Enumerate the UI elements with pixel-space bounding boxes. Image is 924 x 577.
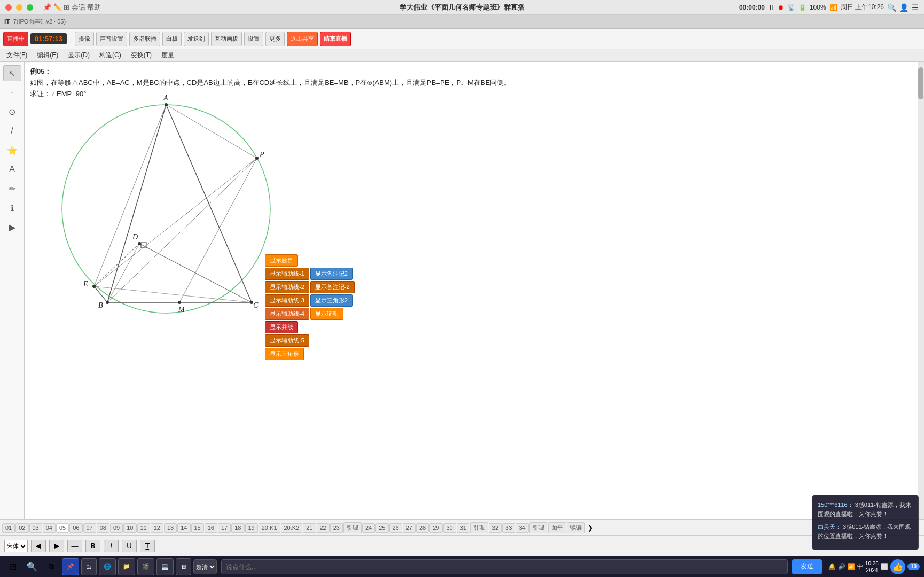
special-char-btn[interactable]: T̲ bbox=[140, 540, 155, 552]
page-tab-01[interactable]: 01 bbox=[2, 523, 15, 533]
page-tab-26[interactable]: 26 bbox=[389, 523, 402, 533]
menu-construct[interactable]: 构造(C) bbox=[95, 50, 126, 61]
interactive-btn[interactable]: 互动画板 bbox=[211, 32, 242, 46]
tool-more[interactable]: ▶ bbox=[3, 219, 21, 235]
tab-scroll-right[interactable]: ❯ bbox=[585, 523, 595, 533]
tool-info[interactable]: ℹ bbox=[3, 200, 21, 216]
show-aux-line-5-btn[interactable]: 显示辅助线-5 bbox=[265, 334, 309, 347]
page-tab-29[interactable]: 29 bbox=[429, 523, 442, 533]
end-live-btn[interactable]: 结束直播 bbox=[320, 32, 351, 46]
page-tab-15[interactable]: 15 bbox=[191, 523, 204, 533]
search-icon[interactable]: 🔍 bbox=[887, 3, 896, 12]
page-tab-05[interactable]: 05 bbox=[56, 523, 69, 533]
scrollbar-thumb[interactable] bbox=[918, 67, 923, 99]
likes-badge[interactable]: 👍 bbox=[890, 559, 905, 574]
search-taskbar-btn[interactable]: 🔍 bbox=[24, 558, 41, 575]
live-status-btn[interactable]: 直播中 bbox=[3, 32, 28, 46]
indent-btn[interactable]: — bbox=[67, 540, 82, 552]
mac-minimize-btn[interactable] bbox=[16, 4, 22, 11]
page-tab-04[interactable]: 04 bbox=[43, 523, 56, 533]
menu-transform[interactable]: 变换(T) bbox=[127, 50, 156, 61]
app-shortcut-2[interactable]: 🗂 bbox=[81, 558, 97, 575]
page-tab-34[interactable]: 34 bbox=[516, 523, 529, 533]
audio-settings-btn[interactable]: 声音设置 bbox=[96, 32, 127, 46]
menu-icon[interactable]: ☰ bbox=[912, 3, 919, 12]
settings-btn[interactable]: 设置 bbox=[244, 32, 263, 46]
show-triangle-2-btn[interactable]: 显示三角形2 bbox=[310, 294, 353, 307]
page-tab-12[interactable]: 12 bbox=[151, 523, 163, 533]
menu-edit[interactable]: 编辑(E) bbox=[33, 50, 62, 61]
app-shortcut-4[interactable]: 📁 bbox=[118, 558, 135, 575]
user-icon[interactable]: 👤 bbox=[899, 3, 909, 12]
page-tab-20k1[interactable]: 20.K1 bbox=[259, 523, 280, 533]
show-note-2-btn[interactable]: 显示备注记2 bbox=[310, 268, 353, 280]
page-tab-11[interactable]: 11 bbox=[137, 523, 150, 533]
page-tab-33[interactable]: 33 bbox=[502, 523, 515, 533]
tool-compass[interactable]: ⊙ bbox=[3, 104, 21, 120]
show-problem-btn[interactable]: 显示题目 bbox=[265, 254, 298, 267]
show-proof-btn[interactable]: 显示证明 bbox=[310, 308, 343, 320]
app-shortcut-6[interactable]: 💻 bbox=[156, 558, 174, 575]
camera-btn[interactable]: 摄像 bbox=[75, 32, 94, 46]
chat-send-btn[interactable]: 发送 bbox=[792, 559, 822, 574]
page-tab-21[interactable]: 21 bbox=[303, 523, 316, 533]
right-scrollbar[interactable] bbox=[918, 62, 924, 519]
page-tab-16[interactable]: 16 bbox=[205, 523, 217, 533]
menu-measure[interactable]: 度量 bbox=[157, 50, 178, 61]
show-triangle-btn[interactable]: 显示三角形 bbox=[265, 348, 304, 360]
menu-view[interactable]: 显示(D) bbox=[64, 50, 94, 61]
tray-volume[interactable]: 🔊 bbox=[838, 563, 845, 570]
bold-btn[interactable]: B bbox=[85, 540, 100, 552]
app-shortcut-7[interactable]: 🖥 bbox=[176, 558, 191, 575]
page-tab-02[interactable]: 02 bbox=[15, 523, 28, 533]
page-tab-18[interactable]: 18 bbox=[231, 523, 244, 533]
show-parallel-lines-btn[interactable]: 显示并线 bbox=[265, 321, 298, 333]
page-tab-intro1[interactable]: 引理 bbox=[343, 522, 362, 533]
show-aux-line-2-btn[interactable]: 显示辅助线-2 bbox=[265, 281, 309, 293]
app-shortcut-1[interactable]: 📌 bbox=[62, 558, 79, 575]
page-tab-25[interactable]: 25 bbox=[375, 523, 388, 533]
tray-notifications[interactable]: 🔔 bbox=[828, 563, 836, 570]
page-tab-09[interactable]: 09 bbox=[110, 523, 123, 533]
page-tab-08[interactable]: 08 bbox=[97, 523, 109, 533]
page-tab-30[interactable]: 30 bbox=[443, 523, 456, 533]
exit-share-btn[interactable]: 退出共享 bbox=[287, 32, 318, 46]
page-tab-20k2[interactable]: 20.K2 bbox=[281, 523, 303, 533]
task-view-btn[interactable]: ⧉ bbox=[43, 558, 60, 575]
page-tab-10[interactable]: 10 bbox=[123, 523, 136, 533]
page-tab-32[interactable]: 32 bbox=[489, 523, 502, 533]
align-right-btn[interactable]: ▶ bbox=[49, 540, 64, 552]
tool-text[interactable]: A bbox=[3, 161, 21, 177]
page-tab-continue[interactable]: 续编 bbox=[567, 522, 585, 533]
page-tab-intro2[interactable]: 引理 bbox=[470, 522, 488, 533]
page-tab-17[interactable]: 17 bbox=[218, 523, 231, 533]
menu-file[interactable]: 文件(F) bbox=[2, 50, 32, 61]
font-family-select[interactable]: 宋体 bbox=[4, 540, 28, 552]
show-aux-line-4-btn[interactable]: 显示辅助线-4 bbox=[265, 308, 309, 320]
page-tab-07[interactable]: 07 bbox=[83, 523, 96, 533]
send-to-btn[interactable]: 发送到 bbox=[184, 32, 209, 46]
mac-fullscreen-btn[interactable] bbox=[27, 4, 33, 11]
more-btn[interactable]: 更多 bbox=[265, 32, 285, 46]
page-tab-03[interactable]: 03 bbox=[29, 523, 42, 533]
tool-polygon[interactable]: ⭐ bbox=[3, 142, 21, 158]
app-shortcut-3[interactable]: 🌐 bbox=[99, 558, 116, 575]
tool-point[interactable]: · bbox=[3, 84, 21, 100]
page-tab-27[interactable]: 27 bbox=[403, 523, 416, 533]
start-btn[interactable]: ⊞ bbox=[4, 558, 21, 575]
italic-btn[interactable]: I bbox=[104, 540, 119, 552]
chat-text-input[interactable] bbox=[221, 559, 788, 574]
page-tab-intro3[interactable]: 引理 bbox=[529, 522, 547, 533]
page-tab-06[interactable]: 06 bbox=[69, 523, 82, 533]
whiteboard-btn[interactable]: 白板 bbox=[162, 32, 182, 46]
underline-btn[interactable]: U bbox=[122, 540, 137, 552]
show-note-2b-btn[interactable]: 显示备注记-2 bbox=[310, 281, 355, 293]
page-tab-24[interactable]: 24 bbox=[362, 523, 375, 533]
page-tab-23[interactable]: 23 bbox=[330, 523, 343, 533]
page-tab-13[interactable]: 13 bbox=[164, 523, 177, 533]
page-tab-14[interactable]: 14 bbox=[177, 523, 190, 533]
app-shortcut-5[interactable]: 🎬 bbox=[137, 558, 154, 575]
page-tab-plane[interactable]: 面平 bbox=[548, 522, 566, 533]
tool-pen[interactable]: ✏ bbox=[3, 181, 21, 197]
mac-close-btn[interactable] bbox=[5, 4, 12, 11]
